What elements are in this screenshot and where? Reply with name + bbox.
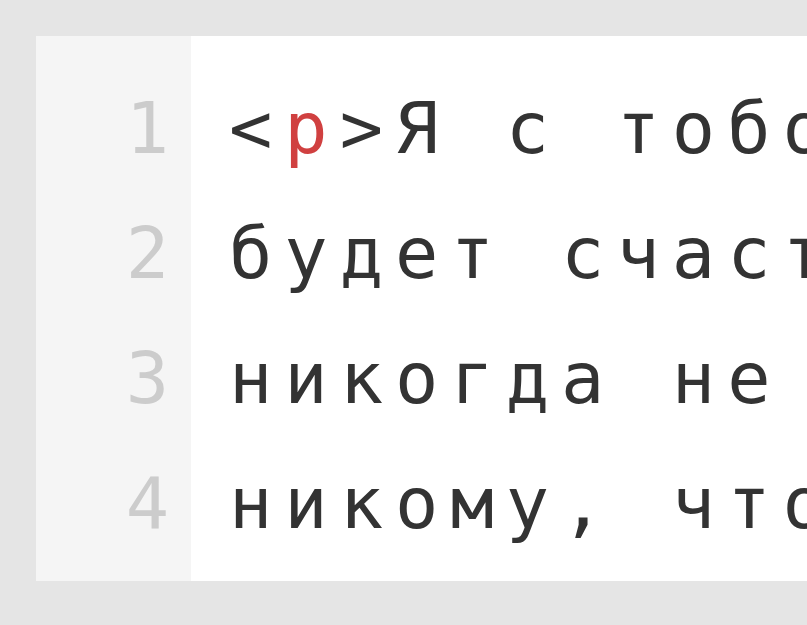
code-text: никогда не — [229, 336, 782, 420]
code-line[interactable]: будет счаст — [229, 191, 807, 316]
line-number: 4 — [36, 441, 169, 566]
tag-open-bracket: < — [229, 86, 284, 170]
code-editor[interactable]: 1 2 3 4 <p>Я с тобо будет счаст никогда … — [36, 36, 807, 581]
code-line[interactable]: никогда не — [229, 316, 807, 441]
tag-close-bracket: > — [340, 86, 395, 170]
tag-name: p — [284, 86, 339, 170]
code-text: никому, что — [229, 461, 807, 545]
code-content[interactable]: <p>Я с тобо будет счаст никогда не ником… — [191, 36, 807, 581]
code-line[interactable]: <p>Я с тобо — [229, 66, 807, 191]
line-number: 2 — [36, 191, 169, 316]
code-text: Я с тобо — [395, 86, 807, 170]
line-number: 3 — [36, 316, 169, 441]
code-line[interactable]: никому, что — [229, 441, 807, 566]
line-number: 1 — [36, 66, 169, 191]
line-number-gutter: 1 2 3 4 — [36, 36, 191, 581]
code-text: будет счаст — [229, 211, 807, 295]
